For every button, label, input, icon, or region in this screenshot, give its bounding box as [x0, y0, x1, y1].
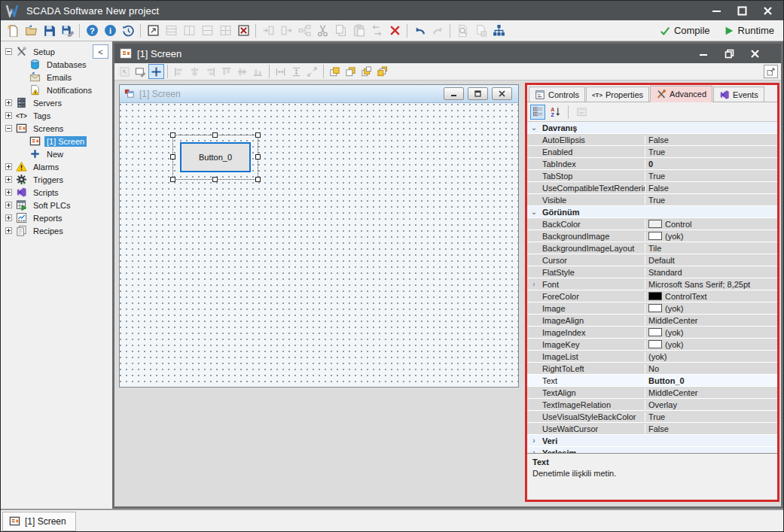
search-doc-button[interactable] — [453, 22, 471, 40]
property-value[interactable]: 0 — [645, 160, 777, 169]
layout-rows-button[interactable] — [162, 22, 180, 40]
property-value[interactable]: Microsoft Sans Serif; 8,25pt — [645, 280, 777, 289]
same-size-button[interactable] — [304, 64, 320, 79]
tree-item-reports[interactable]: Reports — [1, 211, 112, 224]
property-value[interactable]: False — [645, 135, 777, 144]
minimize-button[interactable] — [705, 3, 728, 18]
form-restore-button[interactable] — [468, 87, 488, 100]
property-value[interactable]: True — [645, 147, 777, 157]
copy-button[interactable] — [331, 22, 349, 40]
runtime-button[interactable]: Runtime — [724, 25, 774, 36]
maximize-button[interactable] — [731, 3, 753, 18]
compile-button[interactable]: Compile — [660, 25, 710, 36]
property-value[interactable]: Tile — [645, 244, 777, 253]
pointer-cross-button[interactable] — [148, 64, 164, 79]
property-row-textimagerelation[interactable]: TextImageRelationOverlay — [527, 399, 777, 411]
resize-handle-nw[interactable] — [170, 132, 175, 138]
property-row-usewaitcursor[interactable]: UseWaitCursorFalse — [527, 423, 777, 435]
layout-columns-button[interactable] — [180, 22, 198, 40]
property-row-righttoleft[interactable]: RightToLeftNo — [527, 363, 777, 375]
tree-item-servers[interactable]: Servers — [1, 96, 112, 109]
property-category-davran-[interactable]: ⌄Davranış — [527, 122, 777, 134]
tree-item-new[interactable]: New — [1, 147, 112, 160]
tab-advanced[interactable]: Advanced — [650, 86, 712, 102]
history-button[interactable] — [119, 22, 137, 40]
expand-icon[interactable] — [5, 99, 12, 106]
expand-icon[interactable] — [5, 176, 12, 183]
property-row-imagekey[interactable]: ImageKey(yok) — [527, 339, 777, 351]
property-value[interactable]: (yok) — [645, 352, 777, 361]
property-row-usecompatibletextrendering[interactable]: UseCompatibleTextRenderingFalse — [527, 182, 777, 194]
resize-handle-w[interactable] — [170, 154, 175, 160]
property-value[interactable]: Button_0 — [645, 376, 777, 385]
mdi-close-button[interactable] — [747, 46, 762, 61]
sidebar-collapse-button[interactable]: < — [93, 44, 108, 59]
property-value[interactable]: MiddleCenter — [645, 388, 777, 397]
property-row-textalign[interactable]: TextAlignMiddleCenter — [527, 387, 777, 399]
delete-button[interactable] — [386, 22, 404, 40]
property-value[interactable]: (yok) — [645, 328, 777, 337]
new-file-button[interactable] — [4, 22, 22, 40]
resize-handle-ne[interactable] — [255, 132, 261, 138]
align-center-button[interactable] — [187, 64, 203, 79]
node-link-button[interactable] — [295, 22, 313, 40]
align-top-button[interactable] — [218, 64, 234, 79]
property-row-forecolor[interactable]: ForeColorControlText — [527, 290, 777, 302]
mdi-restore-button[interactable] — [721, 46, 737, 61]
property-row-usevisualstylebackcolor[interactable]: UseVisualStyleBackColorTrue — [527, 411, 777, 423]
property-value[interactable]: True — [645, 196, 777, 205]
align-right-button[interactable] — [203, 64, 218, 79]
property-value[interactable]: Standard — [645, 268, 777, 277]
collapse-icon[interactable] — [5, 125, 12, 132]
close-button[interactable] — [756, 3, 779, 18]
resize-handle-e[interactable] — [255, 154, 261, 160]
property-value[interactable]: True — [645, 172, 777, 181]
property-value[interactable]: No — [645, 364, 777, 373]
form-minimize-button[interactable] — [444, 87, 464, 100]
designed-button[interactable]: Button_0 — [180, 142, 251, 172]
tab-controls[interactable]: Controls — [529, 87, 585, 102]
dock-right-button[interactable] — [277, 22, 295, 40]
save-edit-button[interactable] — [58, 22, 76, 40]
send-backward-button[interactable] — [374, 64, 390, 79]
expand-icon[interactable] — [5, 163, 12, 170]
align-left-button[interactable] — [171, 64, 187, 79]
same-width-button[interactable] — [273, 64, 288, 79]
tree-item-notifications[interactable]: Notifications — [1, 84, 112, 96]
align-bottom-button[interactable] — [250, 64, 266, 79]
tree-item-tags[interactable]: <T>Tags — [1, 109, 112, 122]
collapse-icon[interactable] — [5, 48, 12, 55]
property-row-backgroundimagelayout[interactable]: BackgroundImageLayoutTile — [527, 242, 777, 254]
bring-front-button[interactable] — [327, 64, 343, 79]
info-button[interactable]: i — [101, 22, 119, 40]
property-category-yerle-im[interactable]: ›Yerleşim — [527, 447, 777, 453]
same-height-button[interactable] — [288, 64, 304, 79]
send-back-button[interactable] — [343, 64, 358, 79]
property-value[interactable]: Control — [645, 220, 777, 229]
property-row-imagealign[interactable]: ImageAlignMiddleCenter — [527, 315, 777, 327]
property-row-tabstop[interactable]: TabStopTrue — [527, 170, 777, 182]
expand-icon[interactable] — [5, 214, 12, 221]
property-row-image[interactable]: Image(yok) — [527, 302, 777, 315]
help-button[interactable]: ? — [83, 22, 101, 40]
property-value[interactable]: Default — [645, 256, 777, 265]
property-category-veri[interactable]: ›Veri — [527, 435, 777, 447]
property-row-text[interactable]: TextButton_0 — [527, 375, 777, 387]
property-row-backcolor[interactable]: BackColorControl — [527, 218, 777, 230]
layout-grid-button[interactable] — [216, 22, 234, 40]
undo-button[interactable] — [410, 22, 429, 40]
expand-icon[interactable] — [5, 227, 12, 234]
save-button[interactable] — [40, 22, 58, 40]
popout-button[interactable] — [764, 65, 778, 78]
property-row-backgroundimage[interactable]: BackgroundImage(yok) — [527, 230, 777, 242]
property-value[interactable]: False — [645, 424, 777, 433]
reorder-button[interactable] — [368, 22, 386, 40]
form-canvas[interactable]: Button_0 — [120, 103, 518, 387]
property-row-imagelist[interactable]: ImageList(yok) — [527, 351, 777, 363]
tree-item-screens[interactable]: Screens — [1, 122, 112, 135]
align-middle-button[interactable] — [234, 64, 250, 79]
property-row-imageindex[interactable]: ImageIndex(yok) — [527, 327, 777, 339]
property-value[interactable]: (yok) — [645, 304, 777, 313]
redo-button[interactable] — [429, 22, 447, 40]
tree-item-scripts[interactable]: Scripts — [1, 186, 112, 199]
